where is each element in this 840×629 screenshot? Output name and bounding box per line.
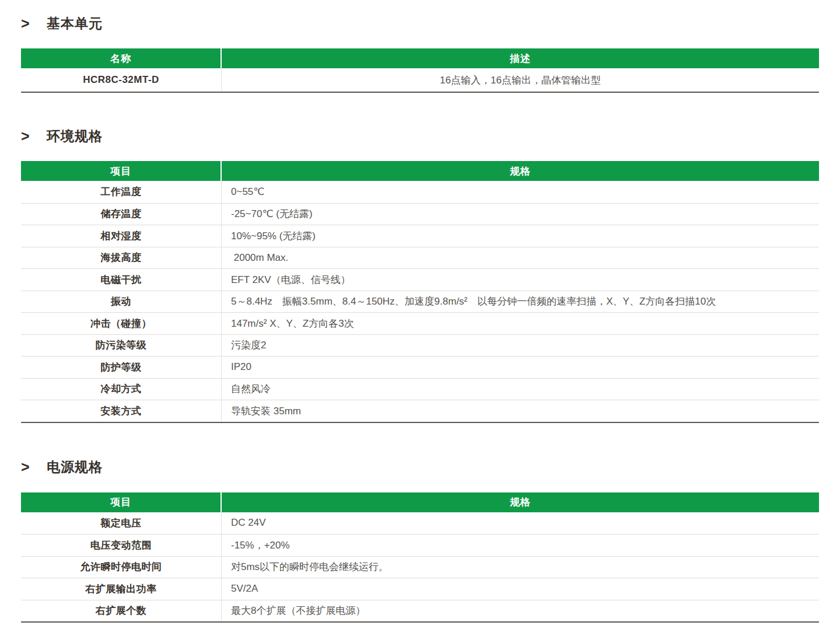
section-heading: 环境规格 xyxy=(47,127,103,145)
spec-item-value: 5V/2A xyxy=(222,578,819,600)
table-row: 允许瞬时停电时间 对5ms以下的瞬时停电会继续运行。 xyxy=(21,556,819,578)
section-title-environment-spec: > 环境规格 xyxy=(21,127,819,145)
spec-item-label: 冷却方式 xyxy=(21,379,222,400)
section-title-power-spec: > 电源规格 xyxy=(21,458,819,477)
spec-item-value: -25~70℃ (无结露) xyxy=(222,204,819,225)
basic-unit-table: 名称 描述 HCR8C-32MT-D 16点输入，16点输出，晶体管输出型 xyxy=(21,48,819,93)
spec-item-value: 5～8.4Hz 振幅3.5mm、8.4～150Hz、加速度9.8m/s² 以每分… xyxy=(222,291,819,313)
chevron-right-icon: > xyxy=(21,459,47,476)
table-row: 电磁干扰 EFT 2KV（电源、信号线） xyxy=(21,268,819,291)
spec-item-value: 污染度2 xyxy=(222,335,819,357)
spec-item-label: 防污染等级 xyxy=(21,335,222,357)
table-row: 额定电压 DC 24V xyxy=(21,512,819,534)
table-row: 振动 5～8.4Hz 振幅3.5mm、8.4～150Hz、加速度9.8m/s² … xyxy=(21,291,819,313)
spec-item-label: 额定电压 xyxy=(21,512,222,534)
spec-item-value: 最大8个扩展（不接扩展电源） xyxy=(222,600,819,622)
column-header-description: 描述 xyxy=(222,48,819,68)
spec-item-label: 右扩展个数 xyxy=(21,600,222,622)
table-row: 冷却方式 自然风冷 xyxy=(21,378,819,400)
spec-item-label: 储存温度 xyxy=(21,204,222,225)
power-spec-table: 项目 规格 额定电压 DC 24V 电压变动范围 -15%，+20% 允许瞬时停… xyxy=(21,492,819,623)
spec-item-label: 工作温度 xyxy=(21,181,222,203)
table-row: 工作温度 0~55℃ xyxy=(21,181,819,203)
table-row: 相对湿度 10%~95% (无结露) xyxy=(21,225,819,247)
spec-item-value: 0~55℃ xyxy=(222,181,819,203)
table-header-row: 名称 描述 xyxy=(21,48,819,68)
spec-item-label: 电磁干扰 xyxy=(21,269,222,291)
spec-item-value: -15%，+20% xyxy=(222,534,819,556)
table-row: 安装方式 导轨安装 35mm xyxy=(21,400,819,422)
table-row: 电压变动范围 -15%，+20% xyxy=(21,534,819,556)
spec-item-label: 防护等级 xyxy=(21,357,222,378)
table-header-row: 项目 规格 xyxy=(21,161,819,181)
spec-item-label: 振动 xyxy=(21,291,222,313)
section-heading: 基本单元 xyxy=(47,15,103,33)
table-row: 储存温度 -25~70℃ (无结露) xyxy=(21,203,819,225)
spec-item-label: 冲击（碰撞） xyxy=(21,313,222,334)
spec-item-label: 右扩展输出功率 xyxy=(21,578,222,600)
spec-document-page: > 基本单元 名称 描述 HCR8C-32MT-D 16点输入，16点输出，晶体… xyxy=(0,0,840,623)
spec-item-value: 导轨安装 35mm xyxy=(222,400,819,422)
spec-item-label: 相对湿度 xyxy=(21,225,222,247)
spec-item-label: 电压变动范围 xyxy=(21,534,222,556)
spec-item-value: 147m/s² X、Y、Z方向各3次 xyxy=(222,313,819,334)
section-heading: 电源规格 xyxy=(47,458,103,476)
column-header-item: 项目 xyxy=(21,492,222,512)
table-row: 防护等级 IP20 xyxy=(21,356,819,378)
spec-item-value: 10%~95% (无结露) xyxy=(222,225,819,247)
table-row: 右扩展个数 最大8个扩展（不接扩展电源） xyxy=(21,600,819,622)
column-header-name: 名称 xyxy=(21,48,222,68)
chevron-right-icon: > xyxy=(21,15,47,32)
column-header-spec: 规格 xyxy=(222,492,819,512)
table-row: 海拔高度 2000m Max. xyxy=(21,247,819,269)
column-header-spec: 规格 xyxy=(222,161,819,181)
model-description: 16点输入，16点输出，晶体管输出型 xyxy=(222,68,819,92)
chevron-right-icon: > xyxy=(21,128,47,145)
table-row: HCR8C-32MT-D 16点输入，16点输出，晶体管输出型 xyxy=(21,68,819,92)
spec-item-label: 允许瞬时停电时间 xyxy=(21,557,222,578)
section-title-basic-unit: > 基本单元 xyxy=(21,14,819,33)
spec-item-label: 海拔高度 xyxy=(21,247,222,269)
column-header-item: 项目 xyxy=(21,161,222,181)
spec-item-value: 2000m Max. xyxy=(222,247,819,269)
spec-item-value: 自然风冷 xyxy=(222,379,819,400)
table-row: 冲击（碰撞） 147m/s² X、Y、Z方向各3次 xyxy=(21,312,819,334)
spec-item-value: IP20 xyxy=(222,357,819,378)
model-name: HCR8C-32MT-D xyxy=(21,68,222,92)
table-header-row: 项目 规格 xyxy=(21,492,819,512)
spec-item-label: 安装方式 xyxy=(21,400,222,422)
table-row: 右扩展输出功率 5V/2A xyxy=(21,578,819,600)
spec-item-value: 对5ms以下的瞬时停电会继续运行。 xyxy=(222,557,819,578)
spec-item-value: EFT 2KV（电源、信号线） xyxy=(222,269,819,291)
spec-item-value: DC 24V xyxy=(222,512,819,534)
environment-spec-table: 项目 规格 工作温度 0~55℃ 储存温度 -25~70℃ (无结露) 相对湿度… xyxy=(21,161,819,423)
table-row: 防污染等级 污染度2 xyxy=(21,334,819,357)
